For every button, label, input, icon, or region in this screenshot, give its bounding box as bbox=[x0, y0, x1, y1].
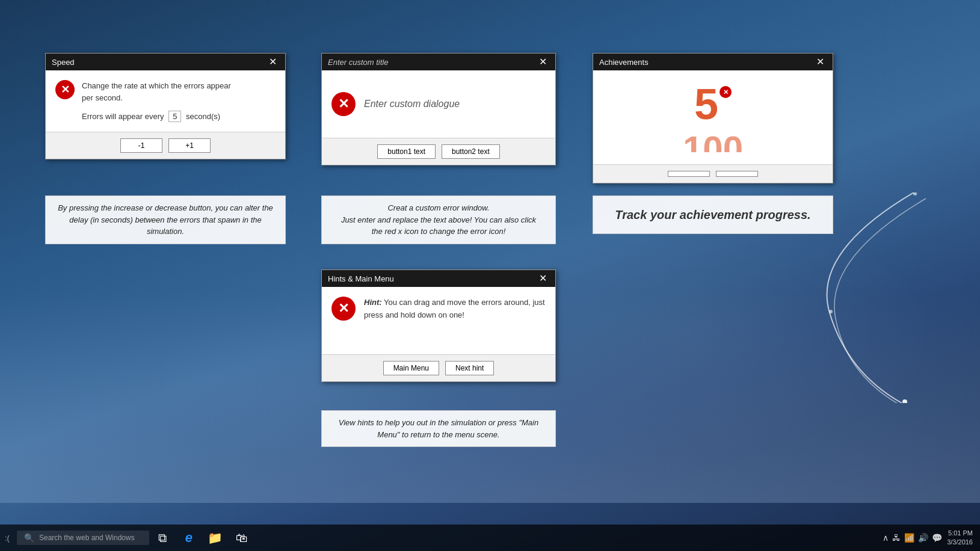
achievements-titlebar: Achievements ✕ bbox=[593, 54, 833, 70]
speed-error-icon: ✕ bbox=[55, 80, 75, 99]
achievements-description-text: Track your achievement progress. bbox=[615, 208, 810, 221]
custom-description-text: Creat a custom error window.Just enter a… bbox=[341, 203, 536, 236]
speed-content-area: ✕ Change the rate at which the errors ap… bbox=[46, 70, 285, 132]
taskbar-sys-icons: ∧ 🖧 📶 🔊 💬 bbox=[883, 533, 942, 543]
speed-close-button[interactable]: ✕ bbox=[267, 57, 279, 67]
hints-description-box: View hints to help you out in the simula… bbox=[321, 410, 556, 447]
svg-point-1 bbox=[829, 310, 833, 313]
speed-rate-display: Errors will appear every 5 second(s) bbox=[82, 111, 231, 122]
network-icon: 🖧 bbox=[892, 533, 901, 543]
achievements-btn1[interactable] bbox=[668, 171, 710, 177]
hints-hint-text: You can drag and move the errors around,… bbox=[364, 298, 545, 319]
speed-title: Speed bbox=[52, 58, 75, 67]
hints-content-area: ✕ Hint: You can drag and move the errors… bbox=[322, 287, 555, 354]
speed-rate-prefix: Errors will appear every bbox=[82, 112, 164, 121]
volume-icon[interactable]: 🔊 bbox=[918, 533, 928, 543]
achievements-footer bbox=[593, 164, 833, 183]
achievements-content-area: 5 ✕ 100 bbox=[593, 70, 833, 164]
hints-dialog: Hints & Main Menu ✕ ✕ Hint: You can drag… bbox=[321, 269, 556, 382]
custom-title: Enter custom title bbox=[328, 58, 388, 67]
custom-main-content: ✕ Enter custom dialogue bbox=[331, 80, 546, 128]
speed-dialog: Speed ✕ ✕ Change the rate at which the e… bbox=[45, 53, 286, 159]
custom-btn2[interactable]: button2 text bbox=[442, 144, 500, 159]
taskbar-sad-face: :( bbox=[0, 534, 14, 543]
taskbar-task-view-button[interactable]: ⧉ bbox=[149, 525, 176, 551]
custom-content-area: ✕ Enter custom dialogue bbox=[322, 70, 555, 138]
chevron-up-icon[interactable]: ∧ bbox=[883, 533, 889, 543]
taskbar-search-box[interactable]: 🔍 Search the web and Windows bbox=[17, 531, 149, 545]
achievements-partial-number: 100 bbox=[683, 128, 743, 152]
svg-point-2 bbox=[913, 192, 917, 195]
speed-decrease-button[interactable]: -1 bbox=[120, 138, 162, 153]
speed-description-line1: Change the rate at which the errors appe… bbox=[82, 80, 231, 92]
store-icon: 🛍 bbox=[236, 531, 248, 545]
speed-text-block: Change the rate at which the errors appe… bbox=[82, 80, 231, 122]
taskbar-system-tray: ∧ 🖧 📶 🔊 💬 5:01 PM 3/3/2016 bbox=[883, 529, 980, 547]
speed-titlebar: Speed ✕ bbox=[46, 54, 285, 70]
custom-close-button[interactable]: ✕ bbox=[537, 57, 549, 67]
wifi-icon: 📶 bbox=[904, 533, 914, 543]
hints-description-text: View hints to help you out in the simula… bbox=[339, 418, 538, 439]
hints-text-block: Hint: You can drag and move the errors a… bbox=[364, 297, 546, 322]
custom-btn1[interactable]: button1 text bbox=[377, 144, 436, 159]
speed-rate-value: 5 bbox=[168, 111, 181, 122]
hints-hint-label: Hint: bbox=[364, 298, 382, 307]
message-icon[interactable]: 💬 bbox=[932, 533, 942, 543]
achievements-number-value: 5 bbox=[694, 82, 718, 126]
custom-dialog: Enter custom title ✕ ✕ Enter custom dial… bbox=[321, 53, 556, 165]
custom-description-box: Creat a custom error window.Just enter a… bbox=[321, 195, 556, 244]
speed-increase-button[interactable]: +1 bbox=[168, 138, 211, 153]
hints-error-icon: ✕ bbox=[331, 297, 356, 321]
speed-footer: -1 +1 bbox=[46, 132, 285, 159]
achievements-dialog: Achievements ✕ 5 ✕ 100 bbox=[593, 53, 833, 183]
hints-title: Hints & Main Menu bbox=[328, 274, 394, 283]
achievements-close-button[interactable]: ✕ bbox=[814, 57, 827, 67]
speed-main-content: ✕ Change the rate at which the errors ap… bbox=[55, 80, 276, 122]
taskbar-explorer-button[interactable]: 📁 bbox=[202, 525, 229, 551]
hints-footer: Main Menu Next hint bbox=[322, 354, 555, 381]
task-view-icon: ⧉ bbox=[158, 531, 167, 545]
custom-footer: button1 text button2 text bbox=[322, 138, 555, 165]
explorer-icon: 📁 bbox=[208, 531, 223, 545]
svg-point-0 bbox=[902, 399, 907, 403]
achievements-title: Achievements bbox=[599, 58, 649, 67]
speed-rate-suffix: second(s) bbox=[186, 112, 220, 121]
speed-description-text: By pressing the increase or decrease but… bbox=[58, 203, 273, 236]
taskbar-time: 5:01 PM bbox=[947, 529, 973, 538]
hints-main-menu-button[interactable]: Main Menu bbox=[383, 361, 439, 375]
speed-description-box: By pressing the increase or decrease but… bbox=[45, 195, 286, 244]
hints-main-content: ✕ Hint: You can drag and move the errors… bbox=[331, 297, 546, 345]
taskbar-edge-button[interactable]: e bbox=[176, 525, 202, 551]
taskbar: :( 🔍 Search the web and Windows ⧉ e 📁 🛍 … bbox=[0, 525, 980, 551]
hints-next-hint-button[interactable]: Next hint bbox=[445, 361, 494, 375]
search-icon: 🔍 bbox=[24, 533, 34, 543]
taskbar-date: 3/3/2016 bbox=[947, 538, 973, 547]
custom-placeholder-text: Enter custom dialogue bbox=[364, 99, 460, 109]
achievements-big-number: 5 ✕ bbox=[694, 82, 732, 126]
achievements-x-icon: ✕ bbox=[720, 86, 732, 98]
taskbar-store-button[interactable]: 🛍 bbox=[229, 525, 255, 551]
taskbar-search-text: Search the web and Windows bbox=[39, 534, 135, 542]
edge-icon: e bbox=[185, 530, 193, 546]
custom-error-icon[interactable]: ✕ bbox=[331, 92, 356, 116]
hints-close-button[interactable]: ✕ bbox=[537, 274, 549, 283]
taskbar-clock[interactable]: 5:01 PM 3/3/2016 bbox=[947, 529, 973, 547]
achievements-description-box: Track your achievement progress. bbox=[593, 195, 833, 234]
achievements-btn2[interactable] bbox=[716, 171, 758, 177]
custom-titlebar: Enter custom title ✕ bbox=[322, 54, 555, 70]
speed-description-line2: per second. bbox=[82, 92, 231, 104]
hints-titlebar: Hints & Main Menu ✕ bbox=[322, 270, 555, 287]
